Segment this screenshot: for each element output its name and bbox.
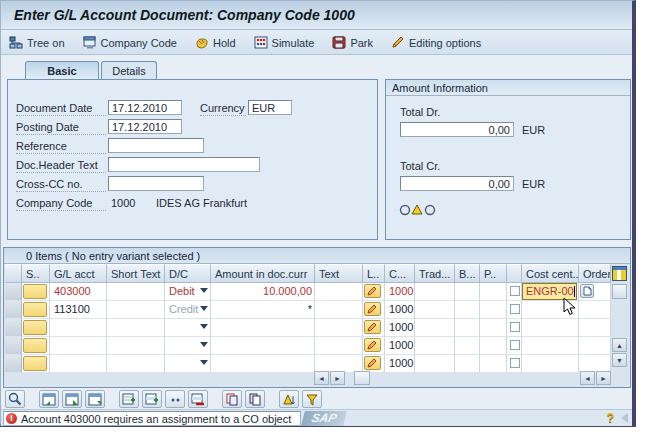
p-cell[interactable] — [480, 319, 507, 337]
scroll-left-button[interactable]: ◄ — [314, 371, 329, 385]
view-partial-icon[interactable] — [62, 390, 82, 408]
table-row[interactable]: 1000 — [5, 355, 611, 373]
company-cell[interactable]: 1000 — [385, 283, 415, 301]
col-c[interactable]: C... — [385, 264, 415, 283]
scroll-down-button[interactable]: ▼ — [612, 353, 627, 367]
short-text-cell[interactable] — [107, 337, 165, 355]
cost-center-cell[interactable] — [522, 337, 579, 355]
checkbox[interactable] — [510, 340, 520, 350]
trading-cell[interactable] — [415, 319, 455, 337]
short-text-cell[interactable] — [107, 283, 165, 301]
long-text-pencil-icon[interactable] — [364, 338, 381, 352]
b-cell[interactable] — [455, 283, 480, 301]
order-cell[interactable] — [579, 301, 611, 319]
scroll-right-button-2[interactable]: ► — [596, 371, 611, 385]
view-all-icon[interactable] — [39, 390, 59, 408]
spacer-cell[interactable] — [507, 355, 522, 373]
long-text-pencil-icon[interactable] — [364, 302, 381, 316]
col-select[interactable] — [5, 264, 22, 283]
tree-on-button[interactable]: Tree on — [9, 36, 65, 49]
dropdown-icon[interactable] — [200, 360, 208, 365]
trading-cell[interactable] — [415, 337, 455, 355]
table-row[interactable]: 1000 — [5, 319, 611, 337]
document-date-field[interactable]: 17.12.2010 — [108, 100, 182, 115]
doc-header-text-field[interactable] — [108, 157, 260, 172]
insert-row-icon[interactable] — [119, 390, 139, 408]
dropdown-icon[interactable] — [200, 324, 208, 329]
text-cell[interactable] — [315, 337, 363, 355]
dc-cell[interactable]: Credit — [165, 301, 211, 319]
checkbox[interactable] — [510, 304, 520, 314]
gl-acct-cell[interactable] — [50, 337, 107, 355]
reference-field[interactable] — [108, 138, 204, 153]
order-cell[interactable] — [579, 283, 611, 301]
view-detail-icon[interactable] — [85, 390, 105, 408]
short-text-cell[interactable] — [107, 301, 165, 319]
search-icon[interactable] — [5, 390, 25, 408]
table-settings-icon[interactable] — [612, 266, 627, 283]
col-short-text[interactable]: Short Text — [107, 264, 165, 283]
trading-cell[interactable] — [415, 355, 455, 373]
col-text[interactable]: Text — [315, 264, 363, 283]
scroll-left-button-2[interactable]: ◄ — [580, 371, 595, 385]
checkbox[interactable] — [510, 322, 520, 332]
status-cell[interactable] — [22, 319, 50, 337]
company-cell[interactable]: 1000 — [385, 301, 415, 319]
status-cell[interactable] — [22, 283, 50, 301]
col-cost-center[interactable]: Cost cent... — [522, 264, 579, 283]
editing-options-button[interactable]: Editing options — [391, 36, 481, 49]
short-text-cell[interactable] — [107, 355, 165, 373]
simulate-button[interactable]: Simulate — [254, 36, 315, 49]
status-message-box[interactable]: ! Account 403000 requires an assignment … — [3, 411, 301, 426]
col-gl-acct[interactable]: G/L acct — [50, 264, 107, 283]
cost-center-cell[interactable] — [522, 355, 579, 373]
table-row[interactable]: 403000 Debit 10.000,00 1000 ENGR-00 — [5, 283, 611, 301]
scroll-up-button[interactable]: ▲ — [612, 338, 627, 352]
spacer-cell[interactable] — [507, 301, 522, 319]
amount-cell[interactable] — [211, 355, 315, 373]
col-b[interactable]: B... — [455, 264, 480, 283]
help-icon[interactable]: ? — [607, 411, 614, 425]
insert-row-plus-icon[interactable] — [142, 390, 162, 408]
col-dc[interactable]: D/C — [165, 264, 211, 283]
cost-center-cell[interactable] — [522, 319, 579, 337]
status-cell[interactable] — [22, 355, 50, 373]
tab-basic-data[interactable]: Basic Data — [25, 61, 99, 80]
scroll-right-button[interactable]: ► — [330, 371, 345, 385]
dropdown-icon[interactable] — [200, 306, 208, 311]
short-text-cell[interactable] — [107, 319, 165, 337]
text-cell[interactable] — [315, 301, 363, 319]
gl-acct-cell[interactable]: 113100 — [50, 301, 107, 319]
amount-cell[interactable]: 10.000,00 — [211, 283, 315, 301]
long-text-pencil-icon[interactable] — [364, 320, 381, 334]
copy-pages-icon[interactable] — [245, 390, 265, 408]
table-row[interactable]: 1000 — [5, 337, 611, 355]
col-order[interactable]: Order — [579, 264, 611, 283]
row-selector[interactable] — [5, 355, 22, 373]
horizontal-scrollbar-thumb[interactable] — [354, 371, 370, 385]
amount-cell[interactable]: * — [211, 301, 315, 319]
longtext-cell[interactable] — [363, 319, 385, 337]
dc-cell[interactable] — [165, 355, 211, 373]
filter-icon[interactable] — [302, 390, 322, 408]
dropdown-icon[interactable] — [200, 342, 208, 347]
order-cell[interactable] — [579, 319, 611, 337]
amount-cell[interactable] — [211, 337, 315, 355]
b-cell[interactable] — [455, 337, 480, 355]
more-dots-icon[interactable] — [165, 390, 185, 408]
trading-cell[interactable] — [415, 283, 455, 301]
longtext-cell[interactable] — [363, 301, 385, 319]
p-cell[interactable] — [480, 283, 507, 301]
dc-cell[interactable]: Debit — [165, 283, 211, 301]
company-cell[interactable]: 1000 — [385, 337, 415, 355]
copy-icon[interactable] — [222, 390, 242, 408]
table-row[interactable]: 113100 Credit * 1000 — [5, 301, 611, 319]
status-expand-icon[interactable] — [621, 413, 628, 423]
company-cell[interactable]: 1000 — [385, 319, 415, 337]
col-amount[interactable]: Amount in doc.curr — [211, 264, 315, 283]
dc-cell[interactable] — [165, 319, 211, 337]
checkbox[interactable] — [510, 286, 520, 296]
dc-cell[interactable] — [165, 337, 211, 355]
vertical-scrollbar-thumb[interactable] — [612, 284, 627, 299]
text-cell[interactable] — [315, 283, 363, 301]
